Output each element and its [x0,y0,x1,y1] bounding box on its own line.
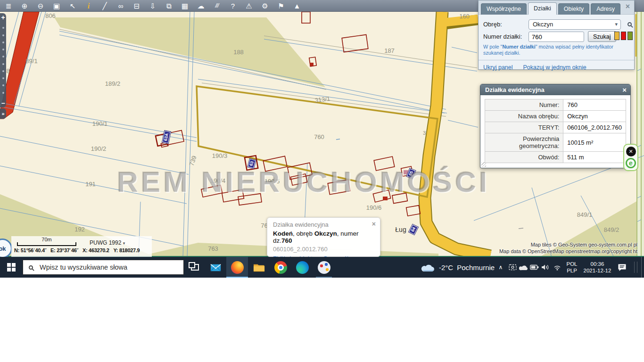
layers-icon[interactable]: ≣ [4,0,13,12]
firefox-app-button[interactable] [226,257,248,278]
print-icon[interactable]: ⊟ [132,0,141,12]
zoom-in-control[interactable]: + [1,13,5,22]
parcel-label: 189/2 [105,80,121,87]
tab-współrzędne[interactable]: Współrzędne [481,3,527,15]
zoom-slider[interactable]: + − [0,13,6,107]
row-label: TERYT: [485,122,563,133]
edge-icon [296,261,309,274]
warning-icon[interactable]: ⚠ [244,0,254,12]
info-icon[interactable]: i [84,0,93,12]
firefox-icon [231,261,244,274]
terrain-icon[interactable]: ▲ [292,0,302,12]
extension-widget: ✕ e [623,144,638,171]
row-value: 060106_2.0012.760 [563,122,626,133]
parcel-panel-header[interactable]: Działka ewidencyjna × [480,84,630,95]
legend-swatches [614,32,633,40]
panel-link[interactable]: Ukryj panel [483,64,513,71]
task-view-button[interactable] [185,257,205,278]
duplicate-icon[interactable]: ⧉ [164,0,173,12]
tab-działki[interactable]: Działki [528,2,557,15]
mail-app-button[interactable] [205,257,226,278]
weather-widget[interactable]: -2°C Pochmurnie [421,257,495,278]
legend-swatch-1 [621,32,626,40]
tray-chevron-button[interactable]: ∧ [495,257,506,278]
scale-distance: 70m [17,237,76,242]
taskbar: Wpisz tu wyszukiwane słowa [0,257,644,278]
measure-icon[interactable]: ╱ [100,0,109,12]
parcel-label: 188 [233,49,244,56]
chevron-up-icon: ∧ [499,264,503,271]
attribution-tiles: Map tiles © Geo-System geo-system.com.pl… [499,241,637,248]
tab-obiekty[interactable]: Obiekty [558,3,589,15]
zoom-ticks[interactable] [2,22,4,99]
tab-adresy[interactable]: Adresy [591,3,620,15]
clock-widget[interactable]: 00:36 2021-12-12 [581,257,614,278]
polygon-icon[interactable]: ☁ [196,0,206,12]
volume-tray-button[interactable] [540,257,551,278]
link-icon[interactable]: ∞ [116,0,125,12]
search-button[interactable]: Szukaj [588,31,616,42]
download-icon[interactable]: ⇩ [148,0,157,12]
address-plate: 64 [409,224,418,235]
coordinates-readout: N: 51°56´40.4˝E: 23°37´46˝X: 463270.2Y: … [14,247,149,253]
network-tray-button[interactable] [552,257,562,278]
settings-icon[interactable]: ⚙ [260,0,270,12]
hatch-icon[interactable]: /// [212,0,222,12]
edge-app-button[interactable] [291,257,313,278]
ok-badge[interactable]: ok [0,239,12,258]
parcel-label: 760 [314,133,324,140]
language-indicator[interactable]: POL PLP [564,257,580,278]
parcel-number-input[interactable] [528,32,584,42]
parcel-label: 190/1 [92,120,108,127]
table-row: Powierzchnia geometryczna:10015 m² [485,133,626,152]
row-value: 760 [563,99,626,111]
action-center-button[interactable] [615,257,629,278]
scale-widget: 70m PUWG 1992 ▾ N: 51°56´40.4˝E: 23°37´4… [11,236,152,257]
battery-icon [530,264,539,270]
taskbar-apps [205,257,335,278]
onedrive-tray-button[interactable] [518,257,528,278]
parcel-label: 849/2 [604,226,619,233]
clock-date: 2021-12-12 [584,267,611,274]
address-plate: 63A [162,131,171,144]
close-icon[interactable]: ✕ [626,147,636,156]
zoom-out-control[interactable]: − [1,99,5,107]
battery-tray-button[interactable] [529,257,539,278]
taskbar-search[interactable]: Wpisz tu wyszukiwane słowa [23,260,184,275]
table-row: Numer:760 [485,99,626,111]
start-button[interactable] [0,257,23,278]
parcel-label: 160 [459,13,470,20]
browser-viewport: 80616018818789/18189/2190/1190/219119231… [0,0,644,278]
parcel-label: 806 [45,12,56,19]
snip-tray-button[interactable] [507,257,518,278]
zoom-extent-icon[interactable]: ▣ [52,0,61,12]
row-value: 511 m [563,152,626,163]
parcel-info-panel: Działka ewidencyjna × Numer:760Nazwa obr… [480,84,631,168]
close-icon[interactable]: × [626,3,630,10]
location-icon[interactable]: ⚑ [276,0,286,12]
close-icon[interactable]: × [622,86,627,94]
panel-link[interactable]: Pokazuj w jednym oknie [523,64,586,71]
row-value: Okczyn [563,111,626,122]
layout-icon[interactable]: ▦ [180,0,190,12]
pointer-icon[interactable]: ↖ [68,0,77,12]
close-icon[interactable]: × [372,220,376,228]
paint3d-app-button[interactable] [313,257,335,278]
parcel-popup: Działka ewidencyjna × Kodeń, obręb Okczy… [267,217,380,257]
zoom-out-icon[interactable]: ⊖ [36,0,45,12]
explorer-app-button[interactable] [248,257,270,278]
chrome-icon [274,261,287,274]
chrome-app-button[interactable] [270,257,291,278]
zoom-in-icon[interactable]: ⊕ [20,0,29,12]
extension-e-icon[interactable]: e [626,158,636,168]
desktop: 80616018818789/18189/2190/1190/219119231… [0,0,644,362]
obreb-select[interactable]: Okczyn ▾ [528,19,621,30]
panel-tabs: WspółrzędneDziałkiObiektyAdresy [481,3,620,15]
watermark: REM NIERUCHOMOŚCI [117,165,490,198]
crs-selector[interactable]: PUWG 1992 ▾ [90,239,125,246]
slider-expand-control[interactable]: » [0,108,6,119]
search-icon[interactable] [627,22,632,26]
table-row: TERYT:060106_2.0012.760 [485,122,626,133]
help-icon[interactable]: ? [228,0,238,12]
show-desktop-button[interactable] [641,257,644,278]
